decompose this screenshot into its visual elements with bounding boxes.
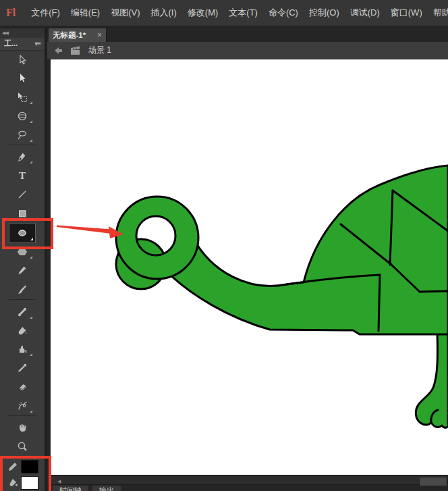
tool-ink-bottle-button[interactable] bbox=[0, 340, 45, 359]
stage[interactable] bbox=[51, 59, 448, 475]
tool-oval-button[interactable] bbox=[9, 223, 36, 243]
scrollbar-thumb[interactable] bbox=[419, 477, 447, 486]
scene-clapperboard-icon bbox=[69, 45, 82, 55]
edit-bar: 场景 1 bbox=[47, 42, 448, 59]
scrollbar-track[interactable]: ◀ bbox=[51, 475, 448, 485]
tool-eraser-button[interactable] bbox=[0, 378, 45, 396]
stage-background bbox=[47, 59, 448, 475]
document-tab-title: 无标题-1* bbox=[53, 30, 93, 41]
tool-brush-button[interactable] bbox=[0, 280, 45, 299]
subselection-cursor-icon bbox=[17, 73, 28, 84]
panel-menu-icon[interactable]: ▾≡ bbox=[34, 40, 40, 47]
tools-panel: ◀◀ 工... ▾≡ bbox=[0, 28, 47, 491]
tool-selection-button[interactable] bbox=[0, 51, 45, 70]
tab-close-icon[interactable]: × bbox=[97, 30, 102, 40]
3d-rotation-globe-icon bbox=[17, 111, 28, 122]
paint-bucket-icon bbox=[17, 326, 28, 336]
ink-bottle-icon bbox=[17, 344, 28, 355]
menu-bar: Fl 文件(F) 编辑(E) 视图(V) 插入(I) 修改(M) 文本(T) 命… bbox=[0, 0, 448, 26]
tool-bone-button[interactable] bbox=[0, 303, 45, 321]
back-arrow-button[interactable] bbox=[53, 46, 63, 55]
zoom-magnifier-icon bbox=[17, 441, 28, 452]
document-tab-bar: 无标题-1* × bbox=[47, 28, 448, 42]
stroke-color-pencil-icon bbox=[8, 462, 18, 471]
tools-panel-title: 工... bbox=[4, 38, 18, 49]
tool-pencil-button[interactable] bbox=[0, 261, 45, 280]
document-tab[interactable]: 无标题-1* × bbox=[49, 28, 107, 42]
pencil-tool-icon bbox=[17, 265, 28, 276]
menu-file[interactable]: 文件(F) bbox=[26, 7, 65, 19]
eraser-icon bbox=[17, 382, 28, 392]
tool-eyedropper-button[interactable] bbox=[0, 359, 45, 378]
document-area: 无标题-1* × 场景 1 bbox=[47, 28, 448, 491]
menu-edit[interactable]: 编辑(E) bbox=[66, 7, 105, 19]
oval-tool-icon bbox=[17, 228, 28, 238]
tab-timeline[interactable]: 时间轴 bbox=[53, 486, 88, 491]
free-transform-icon bbox=[17, 92, 28, 103]
menu-view[interactable]: 视图(V) bbox=[106, 7, 144, 19]
menu-modify[interactable]: 修改(M) bbox=[183, 7, 223, 19]
menu-window[interactable]: 窗口(W) bbox=[386, 7, 427, 19]
rectangle-tool-icon bbox=[17, 208, 28, 219]
lasso-icon bbox=[17, 130, 28, 140]
tool-text-button[interactable]: T bbox=[0, 166, 45, 185]
eyedropper-icon bbox=[17, 363, 28, 373]
shell-plate-line bbox=[420, 291, 448, 292]
tool-rectangle-button[interactable] bbox=[0, 204, 45, 223]
bone-tool-icon bbox=[17, 307, 28, 317]
fill-color-bucket-icon bbox=[8, 478, 18, 488]
horizontal-scrollbar: ◀ bbox=[47, 475, 448, 486]
tab-output[interactable]: 输出 bbox=[92, 486, 121, 491]
menu-commands[interactable]: 命令(C) bbox=[264, 7, 303, 19]
menu-control[interactable]: 控制(O) bbox=[304, 7, 344, 19]
turtle-body bbox=[161, 165, 448, 334]
tool-hand-button[interactable] bbox=[0, 418, 45, 437]
stroke-color-swatch[interactable] bbox=[21, 460, 38, 473]
tool-polystar-button[interactable] bbox=[0, 243, 45, 262]
tool-free-transform-button[interactable] bbox=[0, 88, 45, 107]
polystar-tool-icon bbox=[17, 247, 28, 257]
deco-spray-icon bbox=[17, 400, 28, 411]
tool-paint-bucket-button[interactable] bbox=[0, 321, 45, 340]
scroll-left-arrow-icon[interactable]: ◀ bbox=[57, 479, 61, 484]
line-tool-icon bbox=[17, 189, 28, 200]
tool-colors-section bbox=[0, 459, 45, 491]
tool-deco-button[interactable] bbox=[0, 396, 45, 415]
tool-3d-rotation-button[interactable] bbox=[0, 107, 45, 126]
tool-lasso-button[interactable] bbox=[0, 126, 45, 145]
turtle-drawing bbox=[51, 59, 448, 475]
back-arrow-icon bbox=[53, 46, 63, 55]
brush-tool-icon bbox=[17, 284, 28, 295]
pen-nib-icon bbox=[17, 152, 28, 163]
scene-breadcrumb[interactable]: 场景 1 bbox=[88, 45, 111, 56]
flash-logo: Fl bbox=[6, 7, 16, 19]
menu-help[interactable]: 帮助(H) bbox=[428, 7, 448, 19]
collapse-panel-button[interactable]: ◀◀ bbox=[2, 30, 8, 36]
tool-subselection-button[interactable] bbox=[0, 70, 45, 88]
tool-zoom-button[interactable] bbox=[0, 437, 45, 456]
menu-text[interactable]: 文本(T) bbox=[224, 7, 262, 19]
tool-pen-button[interactable] bbox=[0, 148, 45, 167]
hand-tool-icon bbox=[17, 422, 28, 433]
turtle-head bbox=[116, 197, 198, 279]
text-tool-icon: T bbox=[19, 170, 26, 182]
tool-line-button[interactable] bbox=[0, 185, 45, 204]
fill-color-swatch[interactable] bbox=[21, 476, 38, 490]
bottom-panel-tabs: 时间轴 输出 bbox=[47, 486, 448, 491]
shell-plate-line bbox=[379, 275, 380, 331]
selection-cursor-icon bbox=[17, 55, 28, 66]
menu-debug[interactable]: 调试(D) bbox=[345, 7, 385, 19]
menu-insert[interactable]: 插入(I) bbox=[146, 7, 181, 19]
